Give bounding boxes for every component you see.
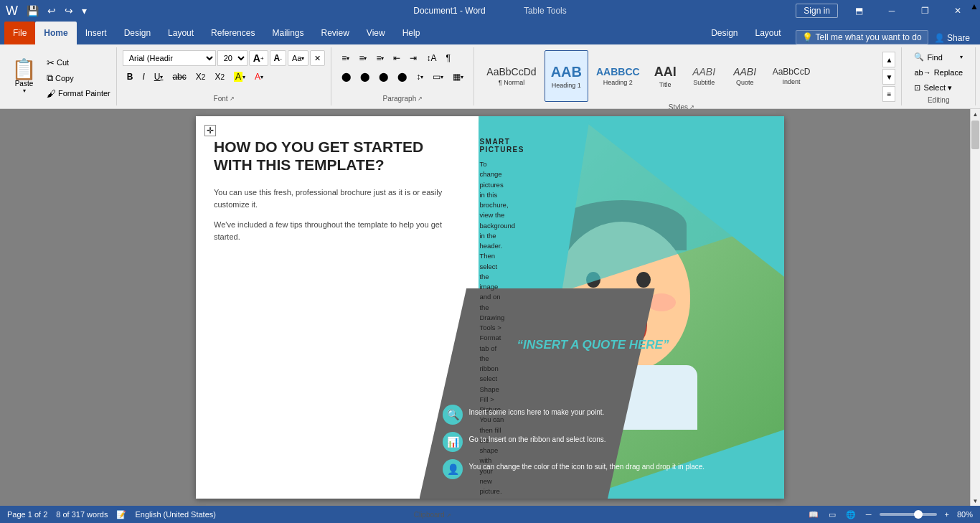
format-painter-button[interactable]: 🖌 Format Painter: [44, 87, 113, 100]
borders-button[interactable]: ▦▾: [448, 69, 468, 85]
align-center-button[interactable]: ⬤: [356, 69, 374, 85]
quick-access-toolbar: 💾 ↩ ↪ ▾: [24, 4, 90, 18]
shading-button[interactable]: ▭▾: [428, 69, 448, 85]
numbering-button[interactable]: ≡▾: [354, 50, 371, 66]
font-color-button[interactable]: A▾: [250, 69, 268, 85]
style-indent[interactable]: AaBbCcD Indent: [766, 50, 817, 102]
share-label: Share: [947, 33, 970, 43]
text-highlight-button[interactable]: A▾: [230, 69, 250, 85]
styles-scroll-up[interactable]: ▲: [882, 52, 895, 67]
style-normal[interactable]: AaBbCcDd ¶ Normal: [480, 50, 542, 102]
clipboard-expand-icon[interactable]: ↗: [446, 512, 451, 519]
zoom-thumb[interactable]: [914, 510, 923, 519]
body-text-2: We've included a few tips throughout the…: [214, 219, 461, 242]
subscript-button[interactable]: X2: [192, 69, 210, 85]
align-right-button[interactable]: ⬤: [374, 69, 392, 85]
scrollbar-up-arrow[interactable]: ▲: [971, 109, 981, 119]
style-heading2[interactable]: AABBCC Heading 2: [590, 50, 646, 102]
tab-file[interactable]: File: [4, 22, 35, 44]
tab-review[interactable]: Review: [312, 22, 357, 44]
format-painter-label: Format Painter: [58, 89, 110, 98]
font-grow-button[interactable]: A+: [249, 50, 268, 66]
cut-label: Cut: [57, 58, 69, 67]
tab-table-layout[interactable]: Layout: [747, 22, 790, 44]
align-left-button[interactable]: ⬤: [337, 69, 355, 85]
tab-layout[interactable]: Layout: [159, 22, 202, 44]
change-case-button[interactable]: Aa▾: [288, 50, 308, 66]
tab-home[interactable]: Home: [35, 22, 76, 44]
restore-button[interactable]: ❐: [908, 0, 941, 22]
style-title[interactable]: AAI Title: [648, 50, 683, 102]
undo-button[interactable]: ↩: [44, 4, 59, 18]
tab-table-design[interactable]: Design: [702, 22, 746, 44]
change-case-icon: Aa: [292, 54, 301, 62]
styles-group: AaBbCcDd ¶ Normal AAB Heading 1 AABBCC H…: [474, 47, 902, 105]
copy-button[interactable]: ⧉ Copy: [44, 71, 113, 85]
tab-mailings[interactable]: Mailings: [263, 22, 312, 44]
zoom-level[interactable]: 80%: [957, 510, 973, 519]
quick-access-dropdown[interactable]: ▾: [79, 4, 90, 18]
font-size-select[interactable]: 20: [217, 50, 248, 66]
decrease-indent-icon: ⇤: [393, 53, 400, 63]
bullets-button[interactable]: ≡▾: [337, 50, 354, 66]
signin-button[interactable]: Sign in: [796, 4, 838, 18]
sort-icon: ↕A: [426, 53, 436, 63]
styles-scroll-down[interactable]: ▼: [882, 69, 895, 85]
vertical-scrollbar[interactable]: ▲ ▼: [970, 109, 980, 506]
share-button[interactable]: 👤 Share: [928, 32, 976, 44]
style-normal-preview: AaBbCcDd: [486, 66, 536, 77]
tell-me-box[interactable]: 💡 Tell me what you want to do: [796, 30, 928, 44]
sort-button[interactable]: ↕A: [422, 50, 440, 66]
underline-button[interactable]: U▾: [150, 69, 168, 85]
style-subtitle[interactable]: AABI Subtitle: [684, 50, 724, 102]
bold-button[interactable]: B: [123, 69, 138, 85]
move-handle[interactable]: ✛: [204, 125, 216, 136]
clear-formatting-button[interactable]: ✕: [310, 50, 325, 66]
scrollbar-thumb[interactable]: [971, 121, 979, 149]
font-family-select[interactable]: Arial (Headir: [123, 50, 216, 66]
find-button[interactable]: 🔍 Find ▾: [908, 50, 969, 64]
cut-button[interactable]: ✂ Cut: [44, 56, 113, 70]
strikethrough-button[interactable]: abc: [168, 69, 190, 85]
quote-text: “INSERT A QUOTE HERE”: [431, 337, 755, 353]
justify-button[interactable]: ⬤: [393, 69, 411, 85]
tab-view[interactable]: View: [358, 22, 394, 44]
style-heading1[interactable]: AAB Heading 1: [545, 50, 588, 102]
multilevel-list-button[interactable]: ≡▾: [372, 50, 388, 66]
paragraph-expand-icon[interactable]: ↗: [418, 95, 423, 102]
copy-label: Copy: [55, 74, 74, 83]
tab-help[interactable]: Help: [394, 22, 429, 44]
scrollbar-track[interactable]: [971, 119, 980, 496]
find-icon: 🔍: [914, 52, 924, 62]
line-spacing-button[interactable]: ↕▾: [412, 69, 428, 85]
select-button[interactable]: ⊡ Select ▾: [908, 81, 969, 95]
tab-references[interactable]: References: [202, 22, 263, 44]
redo-button[interactable]: ↪: [62, 4, 76, 18]
increase-indent-button[interactable]: ⇥: [405, 50, 421, 66]
align-center-icon: ⬤: [360, 72, 369, 82]
ribbon-collapse-button[interactable]: ▲: [969, 0, 980, 13]
styles-more-button[interactable]: ≡: [882, 86, 895, 102]
ribbon-display-button[interactable]: ⬒: [842, 0, 875, 22]
title-bar-title: Document1 - Word Table Tools: [413, 6, 566, 16]
style-indent-preview: AaBbCcD: [773, 67, 811, 77]
italic-button[interactable]: I: [138, 69, 149, 85]
style-heading2-preview: AABBCC: [596, 66, 640, 77]
save-button[interactable]: 💾: [24, 4, 42, 18]
font-color-icon: A: [255, 72, 260, 82]
scrollbar-down-arrow[interactable]: ▼: [971, 496, 981, 506]
zoom-slider[interactable]: [880, 513, 937, 516]
replace-button[interactable]: ab→ Replace: [908, 66, 969, 79]
tab-insert[interactable]: Insert: [77, 22, 116, 44]
font-shrink-button[interactable]: A-: [270, 50, 286, 66]
superscript-button[interactable]: X2: [210, 69, 229, 85]
font-row1: Arial (Headir 20 A+ A- Aa▾ ✕: [123, 50, 326, 66]
tab-design[interactable]: Design: [116, 22, 159, 44]
paste-button[interactable]: 📋 Paste ▾: [7, 58, 41, 95]
font-expand-icon[interactable]: ↗: [230, 95, 235, 102]
style-quote[interactable]: AABI Quote: [725, 50, 765, 102]
decrease-indent-button[interactable]: ⇤: [389, 50, 405, 66]
zoom-in-button[interactable]: +: [943, 509, 951, 519]
show-marks-button[interactable]: ¶: [441, 50, 454, 66]
minimize-button[interactable]: ─: [875, 0, 908, 22]
